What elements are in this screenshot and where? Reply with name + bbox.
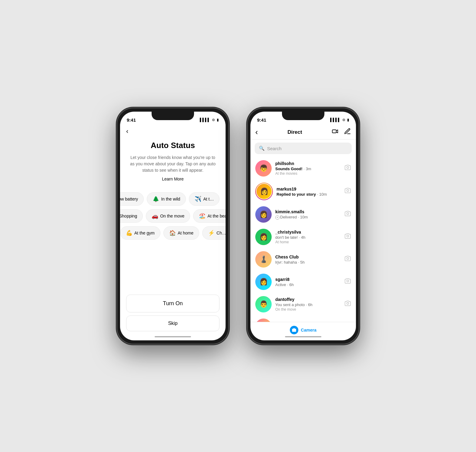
username-christy: _christysilva bbox=[275, 230, 341, 234]
conv-item-phillsohn[interactable]: 👦 phillsohn Sounds Good! · 3m At the mov… bbox=[250, 157, 356, 180]
chip-charging[interactable]: ⚡ Ch… bbox=[202, 226, 226, 240]
username-sgarri8: sgarri8 bbox=[275, 277, 341, 282]
phone-direct: 9:41 ▌▌▌▌ ⊜ ▮ ‹ Direct bbox=[247, 108, 359, 344]
auto-status-desc: Let your close friends know what you're … bbox=[129, 154, 216, 174]
camera-btn-kimmie[interactable] bbox=[344, 210, 351, 219]
avatar-christy: 👩 bbox=[255, 229, 272, 245]
conv-item-chchoitoi[interactable]: 👩 chchoitoi such a purday photo!!! · 6h bbox=[250, 315, 356, 322]
phone-auto-status: 9:41 ▌▌▌▌ ⊜ ▮ ‹ Auto Status Let your clo… bbox=[117, 108, 229, 344]
conv-info-markus19: markus19 Replied to your story · 10m bbox=[277, 187, 341, 197]
screen-auto-status: 9:41 ▌▌▌▌ ⊜ ▮ ‹ Auto Status Let your clo… bbox=[120, 112, 226, 340]
compose-icon[interactable] bbox=[344, 128, 351, 137]
status-icons: ▌▌▌▌ ⊜ ▮ bbox=[200, 118, 219, 122]
preview-sgarri8: Active · 6h bbox=[275, 282, 341, 287]
chip-at-home[interactable]: 🏠 At home bbox=[163, 226, 199, 240]
turn-on-button[interactable]: Turn On bbox=[126, 295, 220, 312]
svg-point-6 bbox=[347, 280, 349, 282]
camera-btn-sgarri8[interactable] bbox=[344, 278, 351, 286]
avatar-kimmie: 👩 bbox=[255, 206, 272, 223]
preview-markus19: Replied to your story · 10m bbox=[277, 192, 341, 197]
search-icon: 🔍 bbox=[259, 146, 265, 151]
back-button-direct[interactable]: ‹ bbox=[255, 127, 258, 137]
wild-emoji: 🌲 bbox=[153, 196, 159, 202]
avatar-wrap-chchoitoi: 👩 bbox=[255, 319, 272, 322]
back-button[interactable]: ‹ bbox=[120, 125, 134, 138]
username-markus19: markus19 bbox=[277, 187, 341, 191]
avatar-emoji-markus19: 👩 bbox=[260, 187, 268, 195]
conv-item-dantoffey[interactable]: 👨 dantoffey You sent a photo · 6h On the… bbox=[250, 293, 356, 315]
gym-emoji: 💪 bbox=[126, 230, 132, 236]
conv-item-chess[interactable]: ♟️ Chess Club lrjvr: hahaha · 5h bbox=[250, 248, 356, 271]
learn-more-link[interactable]: Learn More bbox=[129, 177, 216, 181]
preview-chess: lrjvr: hahaha · 5h bbox=[275, 260, 341, 265]
camera-btn-christy[interactable] bbox=[344, 233, 351, 241]
chip-charging-label: Ch… bbox=[216, 231, 226, 235]
avatar-emoji-phillsohn: 👦 bbox=[260, 164, 268, 172]
chip-row-3: 💪 At the gym 🏠 At home ⚡ Ch… bbox=[120, 224, 226, 241]
avatar-phillsohn: 👦 bbox=[255, 160, 272, 177]
chip-travel[interactable]: ✈️ At t… bbox=[189, 192, 220, 206]
avatar-wrap-kimmie: 👩 bbox=[255, 206, 272, 223]
camera-btn-phillsohn[interactable] bbox=[344, 164, 351, 173]
avatar-wrap-sgarri8: 👩 bbox=[255, 274, 272, 290]
avatar-sgarri8: 👩 bbox=[255, 274, 272, 290]
chip-row-1: 🔋 Low battery 🌲 In the wild ✈️ At t… bbox=[120, 191, 226, 207]
skip-button[interactable]: Skip bbox=[126, 315, 220, 331]
delivered-icon: + bbox=[275, 215, 280, 220]
conv-item-markus19[interactable]: 👩 markus19 Replied to your story · 10m bbox=[250, 180, 356, 203]
status-chips-area: 🔋 Low battery 🌲 In the wild ✈️ At t… bbox=[120, 187, 226, 290]
conv-info-sgarri8: sgarri8 Active · 6h bbox=[275, 277, 341, 287]
conv-item-christy[interactable]: 👩 _christysilva don't be late! · 4h At h… bbox=[250, 226, 356, 248]
conversation-list: 👦 phillsohn Sounds Good! · 3m At the mov… bbox=[250, 157, 356, 322]
chip-low-battery[interactable]: 🔋 Low battery bbox=[120, 192, 144, 206]
camera-bar[interactable]: Camera bbox=[250, 322, 356, 340]
chip-move-label: On the move bbox=[160, 214, 184, 218]
chip-at-the-beach[interactable]: 🏖️ At the bead… bbox=[193, 209, 226, 223]
chip-travel-label: At t… bbox=[203, 197, 214, 201]
chip-on-the-move[interactable]: 🚗 On the move bbox=[146, 209, 190, 223]
svg-point-5 bbox=[347, 258, 349, 259]
screen-direct: 9:41 ▌▌▌▌ ⊜ ▮ ‹ Direct bbox=[250, 112, 356, 340]
avatar-wrap-dantoffey: 👨 bbox=[255, 296, 272, 312]
search-bar[interactable]: 🔍 Search bbox=[255, 143, 352, 154]
search-placeholder: Search bbox=[267, 146, 282, 151]
avatar-emoji-dantoffey: 👨 bbox=[260, 300, 268, 308]
conv-item-sgarri8[interactable]: 👩 sgarri8 Active · 6h bbox=[250, 271, 356, 293]
charging-emoji: ⚡ bbox=[208, 230, 215, 236]
username-phillsohn: phillsohn bbox=[275, 161, 341, 166]
battery-icon: ▮ bbox=[217, 118, 219, 122]
chip-in-the-wild[interactable]: 🌲 In the wild bbox=[147, 192, 186, 206]
svg-point-4 bbox=[347, 235, 349, 237]
camera-btn-markus19[interactable] bbox=[344, 187, 351, 196]
wifi-icon: ⊜ bbox=[212, 118, 215, 122]
chip-at-the-gym[interactable]: 💪 At the gym bbox=[120, 226, 160, 240]
video-icon[interactable] bbox=[332, 128, 339, 137]
signal-icon: ▌▌▌▌ bbox=[200, 118, 210, 122]
username-dantoffey: dantoffey bbox=[275, 297, 341, 302]
svg-point-1 bbox=[347, 167, 349, 168]
username-kimmie: kimmie.smalls bbox=[275, 209, 341, 214]
status-christy: At home bbox=[275, 240, 341, 244]
auto-status-title: Auto Status bbox=[129, 141, 216, 150]
camera-btn-dantoffey[interactable] bbox=[344, 300, 351, 309]
battery-icon-2: ▮ bbox=[347, 118, 349, 122]
conv-info-christy: _christysilva don't be late! · 4h At hom… bbox=[275, 230, 341, 244]
preview-phillsohn: Sounds Good! · 3m bbox=[275, 167, 341, 171]
preview-christy: don't be late! · 4h bbox=[275, 235, 341, 240]
beach-emoji: 🏖️ bbox=[199, 213, 206, 219]
camera-btn-chess[interactable] bbox=[344, 255, 351, 264]
auto-status-content: ‹ Auto Status Let your close friends kno… bbox=[120, 125, 226, 340]
conv-item-kimmie[interactable]: 👩 kimmie.smalls +Delivered · 10m bbox=[250, 203, 356, 226]
avatar-dantoffey: 👨 bbox=[255, 296, 272, 312]
header-action-icons bbox=[332, 128, 351, 137]
move-emoji: 🚗 bbox=[152, 213, 158, 219]
svg-point-7 bbox=[347, 302, 349, 304]
avatar-wrap-phillsohn: 👦 bbox=[255, 160, 272, 177]
chip-shopping[interactable]: 🛍️ Shopping bbox=[120, 209, 143, 223]
status-time-2: 9:41 bbox=[257, 117, 266, 123]
conv-info-kimmie: kimmie.smalls +Delivered · 10m bbox=[275, 209, 341, 220]
svg-rect-0 bbox=[332, 130, 336, 133]
status-dantoffey: On the move bbox=[275, 307, 341, 312]
avatar-wrap-markus19: 👩 bbox=[255, 183, 273, 200]
travel-emoji: ✈️ bbox=[195, 196, 201, 202]
